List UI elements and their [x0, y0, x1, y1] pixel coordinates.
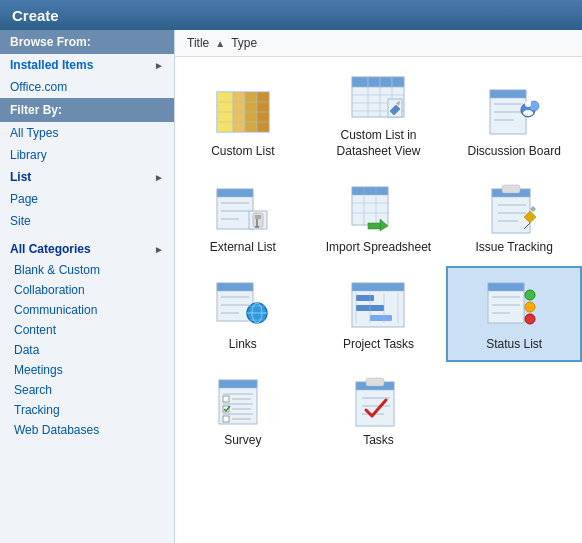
dialog-title: Create [12, 7, 59, 24]
dialog-body: Browse From: Installed Items ► Office.co… [0, 30, 582, 543]
items-grid: Custom List [175, 57, 582, 459]
svg-rect-71 [356, 295, 374, 301]
browse-from-header: Browse From: [0, 30, 174, 54]
svg-rect-73 [370, 315, 392, 321]
grid-item-issue-tracking[interactable]: Issue Tracking [446, 169, 582, 266]
custom-list-icon [213, 85, 273, 140]
svg-rect-39 [255, 215, 261, 219]
custom-list-datasheet-icon [348, 69, 408, 124]
svg-rect-9 [352, 77, 368, 87]
filter-list[interactable]: List ► [0, 166, 174, 188]
grid-item-tasks[interactable]: Tasks [311, 362, 447, 459]
svg-rect-24 [490, 90, 526, 98]
import-spreadsheet-label: Import Spreadsheet [326, 240, 431, 256]
links-icon [213, 278, 273, 333]
sort-arrow-icon: ▲ [215, 38, 225, 49]
svg-rect-87 [219, 380, 257, 388]
issue-tracking-icon [484, 181, 544, 236]
tasks-icon [348, 374, 408, 429]
svg-point-31 [523, 110, 533, 116]
grid-item-custom-list[interactable]: Custom List [175, 57, 311, 169]
tasks-label: Tasks [363, 433, 394, 449]
main-content: Title ▲ Type [175, 30, 582, 543]
office-com-link[interactable]: Office.com [0, 76, 174, 98]
external-list-icon [213, 181, 273, 236]
svg-rect-49 [368, 223, 380, 229]
category-communication[interactable]: Communication [0, 300, 174, 320]
svg-rect-52 [502, 185, 520, 193]
survey-icon [213, 374, 273, 429]
category-data[interactable]: Data [0, 340, 174, 360]
category-tracking[interactable]: Tracking [0, 400, 174, 420]
svg-rect-33 [217, 189, 253, 197]
category-meetings[interactable]: Meetings [0, 360, 174, 380]
filter-library[interactable]: Library [0, 144, 174, 166]
custom-list-label: Custom List [211, 144, 274, 160]
external-list-label: External List [210, 240, 276, 256]
list-arrow-icon: ► [154, 172, 164, 183]
svg-point-85 [525, 314, 535, 324]
filter-by-header: Filter By: [0, 98, 174, 122]
main-header: Title ▲ Type [175, 30, 582, 57]
svg-point-30 [525, 101, 531, 107]
grid-item-links[interactable]: Links [175, 266, 311, 363]
all-categories-arrow-icon: ► [154, 244, 164, 255]
svg-rect-11 [380, 77, 392, 87]
svg-rect-91 [223, 396, 229, 402]
issue-tracking-label: Issue Tracking [475, 240, 552, 256]
svg-rect-12 [392, 77, 404, 87]
import-spreadsheet-icon [348, 181, 408, 236]
svg-point-83 [525, 290, 535, 300]
svg-rect-60 [217, 283, 253, 291]
grid-item-project-tasks[interactable]: Project Tasks [311, 266, 447, 363]
grid-item-import-spreadsheet[interactable]: Import Spreadsheet [311, 169, 447, 266]
category-collaboration[interactable]: Collaboration [0, 280, 174, 300]
svg-rect-79 [488, 283, 524, 291]
category-blank-custom[interactable]: Blank & Custom [0, 260, 174, 280]
grid-item-survey[interactable]: Survey [175, 362, 311, 459]
svg-rect-93 [223, 416, 229, 422]
svg-rect-70 [352, 283, 404, 291]
grid-item-status-list[interactable]: Status List [446, 266, 582, 363]
category-all[interactable]: All Categories ► [0, 238, 174, 260]
installed-items-link[interactable]: Installed Items ► [0, 54, 174, 76]
category-content[interactable]: Content [0, 320, 174, 340]
project-tasks-label: Project Tasks [343, 337, 414, 353]
category-search[interactable]: Search [0, 380, 174, 400]
svg-rect-10 [368, 77, 380, 87]
project-tasks-icon [348, 278, 408, 333]
grid-item-discussion-board[interactable]: Discussion Board [446, 57, 582, 169]
category-web-databases[interactable]: Web Databases [0, 420, 174, 440]
filter-all-types[interactable]: All Types [0, 122, 174, 144]
svg-marker-57 [530, 206, 536, 212]
status-list-icon [484, 278, 544, 333]
grid-item-custom-list-datasheet[interactable]: Custom List in Datasheet View [311, 57, 447, 169]
svg-point-84 [525, 302, 535, 312]
svg-rect-43 [352, 187, 388, 195]
installed-items-arrow-icon: ► [154, 60, 164, 71]
svg-rect-99 [366, 378, 384, 386]
custom-list-datasheet-label: Custom List in Datasheet View [319, 128, 439, 159]
grid-item-external-list[interactable]: External List [175, 169, 311, 266]
status-list-label: Status List [486, 337, 542, 353]
header-title: Title [187, 36, 209, 50]
dialog-titlebar: Create [0, 0, 582, 30]
discussion-board-label: Discussion Board [467, 144, 560, 160]
survey-label: Survey [224, 433, 261, 449]
discussion-board-icon [484, 85, 544, 140]
sidebar: Browse From: Installed Items ► Office.co… [0, 30, 175, 543]
links-label: Links [229, 337, 257, 353]
filter-site[interactable]: Site [0, 210, 174, 232]
filter-page[interactable]: Page [0, 188, 174, 210]
header-type: Type [231, 36, 257, 50]
